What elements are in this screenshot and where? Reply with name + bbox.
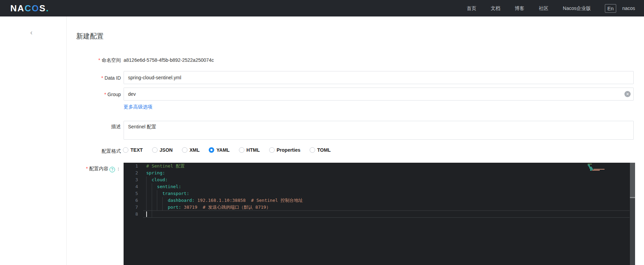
radio-label: XML xyxy=(189,147,200,153)
app-root: NACOS. 首页文档博客社区Nacos企业版 En nacos ‹ 新建配置 … xyxy=(0,0,644,265)
description-label: 描述 xyxy=(0,123,121,130)
description-textarea[interactable]: Sentinel 配置 xyxy=(124,121,634,140)
page-title: 新建配置 xyxy=(76,32,104,41)
sidebar-divider xyxy=(66,16,67,265)
navbar-item[interactable]: 文档 xyxy=(491,5,501,11)
line-number: 1 xyxy=(124,163,138,170)
format-option-properties[interactable]: Properties xyxy=(269,147,300,153)
group-label: *Group xyxy=(0,91,121,98)
required-asterisk: * xyxy=(99,57,100,63)
editor-minimap xyxy=(588,164,613,177)
format-option-html[interactable]: HTML xyxy=(239,147,260,153)
radio-icon[interactable] xyxy=(269,147,275,153)
radio-label: JSON xyxy=(160,147,173,153)
radio-icon[interactable] xyxy=(123,147,128,153)
clear-group-icon[interactable]: ✕ xyxy=(624,91,631,97)
navbar-menu: 首页文档博客社区Nacos企业版 xyxy=(460,5,598,12)
logo-text: NA xyxy=(10,3,25,13)
navbar-item[interactable]: 博客 xyxy=(515,5,525,11)
minimap-mark xyxy=(590,170,592,171)
minimap-mark xyxy=(588,164,592,164)
line-number: 3 xyxy=(124,176,138,183)
line-number: 2 xyxy=(124,170,138,176)
code-lines: 1# Sentinel 配置2spring:3 cloud:4 sentinel… xyxy=(124,163,635,218)
more-advanced-options-link[interactable]: 更多高级选项 xyxy=(124,104,152,110)
minimap-mark xyxy=(592,170,600,171)
scrollbar-thumb-edge xyxy=(630,197,635,198)
current-line-highlight xyxy=(143,210,630,218)
namespace-label: *命名空间 xyxy=(0,57,121,64)
navbar-item[interactable]: 社区 xyxy=(539,5,549,11)
required-asterisk: * xyxy=(104,92,106,97)
help-icon[interactable]: ? xyxy=(110,167,115,172)
format-radio-group: TEXTJSONXMLYAMLHTMLPropertiesTOML xyxy=(123,147,340,153)
radio-icon[interactable] xyxy=(182,147,187,153)
config-content-editor[interactable]: 1# Sentinel 配置2spring:3 cloud:4 sentinel… xyxy=(124,163,635,265)
navbar-item[interactable]: 首页 xyxy=(467,5,476,11)
minimap-mark xyxy=(588,165,590,165)
minimap-mark xyxy=(590,169,593,170)
config-content-label: *配置内容?： xyxy=(0,165,121,172)
radio-label: Properties xyxy=(277,147,300,153)
back-button[interactable]: ‹ xyxy=(30,29,33,36)
minimap-mark xyxy=(588,166,590,166)
user-menu[interactable]: nacos xyxy=(622,5,635,11)
format-option-json[interactable]: JSON xyxy=(152,147,173,153)
group-input[interactable] xyxy=(124,88,634,101)
radio-icon[interactable] xyxy=(152,147,158,153)
text-cursor xyxy=(146,211,147,217)
code-line: 7 port: 38719 # 发送心跳的端口（默认 8719） xyxy=(124,204,635,211)
editor-scrollbar[interactable] xyxy=(630,163,635,265)
line-number: 6 xyxy=(124,197,138,204)
radio-label: HTML xyxy=(246,147,260,153)
line-number: 4 xyxy=(124,183,138,190)
format-label: 配置格式 xyxy=(0,148,121,154)
data-id-label: *Data ID xyxy=(0,74,121,81)
code-line: 3 cloud: xyxy=(124,176,635,183)
format-option-toml[interactable]: TOML xyxy=(310,147,331,153)
code-line: 4 sentinel: xyxy=(124,183,635,190)
radio-icon[interactable] xyxy=(310,147,315,153)
line-number: 7 xyxy=(124,204,138,211)
radio-icon[interactable] xyxy=(239,147,244,153)
logo-text-accent: CO xyxy=(25,3,39,13)
code-line: 5 transport: xyxy=(124,190,635,197)
data-id-input[interactable] xyxy=(124,71,634,84)
indent-guide xyxy=(162,197,163,211)
minimap-mark xyxy=(589,167,592,168)
logo-text: S xyxy=(39,3,46,13)
top-navbar: NACOS. 首页文档博客社区Nacos企业版 En nacos xyxy=(0,0,644,16)
line-number: 5 xyxy=(124,190,138,197)
language-toggle-button[interactable]: En xyxy=(605,4,616,13)
radio-label: TOML xyxy=(317,147,331,153)
nacos-logo[interactable]: NACOS. xyxy=(10,3,49,14)
navbar-item[interactable]: Nacos企业版 xyxy=(563,5,591,11)
code-line: 6 dashboard: 192.168.1.10:38858 # Sentin… xyxy=(124,197,635,204)
radio-label: YAML xyxy=(216,147,229,153)
indent-guide xyxy=(157,190,157,211)
logo-dot: . xyxy=(46,3,49,13)
code-line: 2spring: xyxy=(124,170,635,176)
line-number: 8 xyxy=(124,211,138,218)
radio-label: TEXT xyxy=(130,147,143,153)
minimap-mark xyxy=(589,168,593,169)
format-option-xml[interactable]: XML xyxy=(182,147,200,153)
format-option-text[interactable]: TEXT xyxy=(123,147,143,153)
required-asterisk: * xyxy=(101,75,103,81)
namespace-value: a8126e6d-5758-4f5b-b892-2522a250074c xyxy=(124,57,214,64)
scrollbar-thumb[interactable] xyxy=(630,163,635,197)
required-asterisk: * xyxy=(86,166,88,171)
minimap-mark xyxy=(594,169,605,170)
format-option-yaml[interactable]: YAML xyxy=(209,147,229,153)
code-line: 1# Sentinel 配置 xyxy=(124,163,635,170)
radio-icon[interactable] xyxy=(209,147,214,153)
